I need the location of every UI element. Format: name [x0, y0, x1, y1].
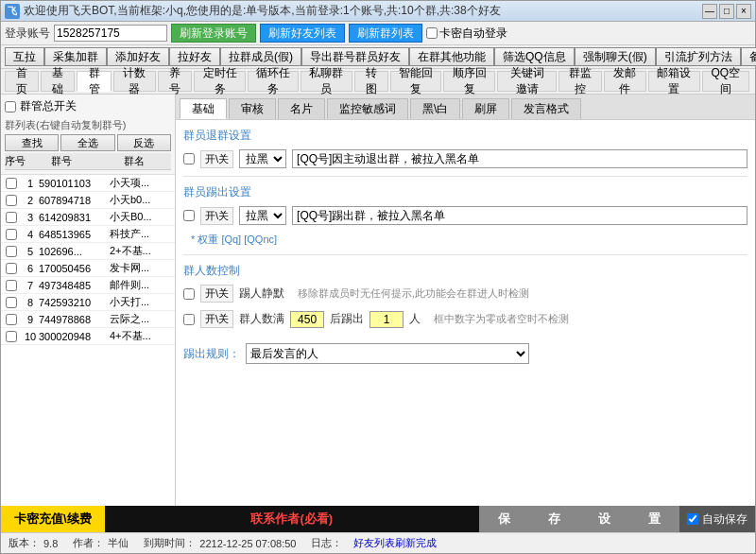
right-tab-namecard[interactable]: 名片 — [278, 98, 325, 119]
nav-pull-members[interactable]: 拉群成员(假) — [220, 47, 301, 66]
tab-image[interactable]: 转图 — [354, 71, 388, 92]
right-tab-flood[interactable]: 刷屏 — [462, 98, 509, 119]
group-id: 742593210 — [39, 297, 110, 308]
member-quit-section-title: 群员退群设置 — [183, 128, 747, 144]
member-quit-checkbox[interactable] — [183, 153, 195, 164]
login-input[interactable] — [54, 25, 167, 42]
group-row-checkbox[interactable] — [6, 280, 17, 291]
group-row-checkbox[interactable] — [6, 297, 17, 308]
nav-force-chat[interactable]: 强制聊天(假) — [575, 47, 656, 66]
right-tab-keyword-monitor[interactable]: 监控敏感词 — [327, 98, 408, 119]
refresh-groups-button[interactable]: 刷新群列表 — [349, 24, 422, 43]
group-seq: 3 — [22, 212, 39, 223]
table-row[interactable]: 7 497348485 邮件则... — [1, 277, 175, 294]
group-row-checkbox[interactable] — [6, 195, 17, 206]
tab-counter[interactable]: 计数器 — [113, 71, 156, 92]
count-limit-input[interactable] — [290, 311, 324, 328]
nav-collect-groups[interactable]: 采集加群 — [44, 47, 107, 66]
right-tab-basic[interactable]: 基础 — [180, 98, 227, 119]
table-row[interactable]: 3 614209831 小天B0... — [1, 209, 175, 226]
kick-count-input[interactable] — [369, 311, 404, 328]
group-id: 607894718 — [39, 195, 110, 206]
tab-keyword-invite[interactable]: 关键词邀请 — [497, 71, 558, 92]
right-tab-speech-format[interactable]: 发言格式 — [511, 98, 581, 119]
author-value: 半仙 — [108, 536, 129, 550]
tab-basic[interactable]: 基础 — [41, 71, 75, 92]
recharge-button[interactable]: 卡密充值\续费 — [1, 506, 105, 532]
tab-home[interactable]: 首页 — [5, 71, 39, 92]
tab-monitor[interactable]: 群监控 — [558, 71, 601, 92]
settings-button-2[interactable]: 置 — [629, 506, 679, 532]
maximize-button[interactable]: □ — [719, 4, 734, 19]
tab-loop[interactable]: 循环任务 — [248, 71, 299, 92]
tab-group-manage[interactable]: 群管 — [77, 71, 111, 92]
group-seq: 1 — [22, 178, 39, 189]
nav-traffic[interactable]: 引流扩列方法 — [656, 47, 741, 66]
member-kicked-select[interactable]: 拉黑 — [239, 206, 286, 225]
tab-smart-reply[interactable]: 智能回复 — [390, 71, 441, 92]
nav-row-2: 首页 基础 群管 计数器 养号 定时任务 循环任务 私聊群员 转图 智能回复 顺… — [1, 69, 755, 95]
member-quit-select[interactable]: 拉黑 — [239, 149, 286, 168]
count-control-section-title: 群人数控制 — [183, 263, 747, 279]
group-seq: 8 — [22, 297, 39, 308]
search-button[interactable]: 查找 — [5, 134, 59, 151]
left-panel-header: 群管总开关 群列表(右键自动复制群号) 查找 全选 反选 序号 群号 群名 — [1, 95, 175, 175]
contact-button[interactable]: 联系作者(必看) — [105, 506, 479, 532]
member-kicked-checkbox[interactable] — [183, 210, 195, 221]
tab-scheduled[interactable]: 定时任务 — [194, 71, 245, 92]
close-button[interactable]: × — [736, 4, 751, 19]
kick-after-label: 后踢出 — [330, 311, 364, 327]
tab-private[interactable]: 私聊群员 — [301, 71, 352, 92]
tab-qq-space[interactable]: QQ空间 — [702, 71, 749, 92]
tab-email-settings[interactable]: 邮箱设置 — [648, 71, 699, 92]
refresh-account-button[interactable]: 刷新登录账号 — [171, 24, 256, 43]
bottom-bar: 卡密充值\续费 联系作者(必看) 保 存 设 置 自动保存 — [1, 506, 755, 532]
tab-seq-reply[interactable]: 顺序回复 — [443, 71, 494, 92]
group-row-checkbox[interactable] — [6, 246, 17, 257]
table-row[interactable]: 10 300020948 4+不基... — [1, 328, 175, 345]
group-name: 云际之... — [110, 312, 175, 326]
auto-save-checkbox[interactable] — [687, 513, 698, 525]
nav-pull[interactable]: 互拉 — [5, 47, 44, 66]
right-tab-blackwhite[interactable]: 黑\白 — [410, 98, 460, 119]
nav-export[interactable]: 导出群号群员好友 — [301, 47, 409, 66]
header-name: 群名 — [96, 154, 171, 168]
settings-button-1[interactable]: 设 — [579, 506, 629, 532]
right-tab-review[interactable]: 审核 — [229, 98, 276, 119]
toolbar-row-1: 登录账号 刷新登录账号 刷新好友列表 刷新群列表 卡密自动登录 — [1, 22, 755, 45]
group-row-checkbox[interactable] — [6, 178, 17, 189]
save-button-1[interactable]: 保 — [479, 506, 529, 532]
select-all-button[interactable]: 全选 — [60, 134, 114, 151]
save-button-2[interactable]: 存 — [529, 506, 579, 532]
nav-filter-qq[interactable]: 筛选QQ信息 — [494, 47, 575, 66]
group-row-checkbox[interactable] — [6, 263, 17, 274]
nav-pull-friends[interactable]: 拉好友 — [169, 47, 220, 66]
tab-nurture[interactable]: 养号 — [158, 71, 192, 92]
group-total-switch-checkbox[interactable] — [5, 101, 16, 113]
group-row-checkbox[interactable] — [6, 212, 17, 223]
table-row[interactable]: 8 742593210 小天打... — [1, 294, 175, 311]
group-row-checkbox[interactable] — [6, 314, 17, 325]
nav-add-friends[interactable]: 添加好友 — [107, 47, 169, 66]
member-kicked-template[interactable] — [292, 206, 747, 225]
minimize-button[interactable]: — — [702, 4, 717, 19]
group-row-checkbox[interactable] — [6, 229, 17, 240]
nav-backup[interactable]: 备用区域 — [741, 47, 756, 66]
nav-group-func[interactable]: 在群其他功能 — [409, 47, 494, 66]
invert-button[interactable]: 反选 — [117, 134, 171, 151]
refresh-friends-button[interactable]: 刷新好友列表 — [260, 24, 345, 43]
kick-rule-select[interactable]: 最后发言的人 — [246, 343, 529, 364]
count-limit-checkbox[interactable] — [183, 314, 195, 325]
table-row[interactable]: 6 170050456 发卡网... — [1, 260, 175, 277]
kick-idle-checkbox[interactable] — [183, 288, 195, 300]
tab-email[interactable]: 发邮件 — [604, 71, 646, 92]
table-row[interactable]: 9 744978868 云际之... — [1, 311, 175, 328]
table-row[interactable]: 2 607894718 小天b0... — [1, 192, 175, 209]
table-row[interactable]: 5 102696... 2+不基... — [1, 243, 175, 260]
group-row-checkbox[interactable] — [6, 331, 17, 342]
table-row[interactable]: 4 648513965 科技产... — [1, 226, 175, 243]
member-quit-template[interactable] — [292, 149, 747, 168]
count-limit-row: 开\关 群人数满 后踢出 人 框中数字为零或者空时不检测 — [183, 310, 747, 328]
table-row[interactable]: 1 590101103 小天项... — [1, 175, 175, 192]
auto-login-checkbox[interactable] — [426, 27, 438, 39]
